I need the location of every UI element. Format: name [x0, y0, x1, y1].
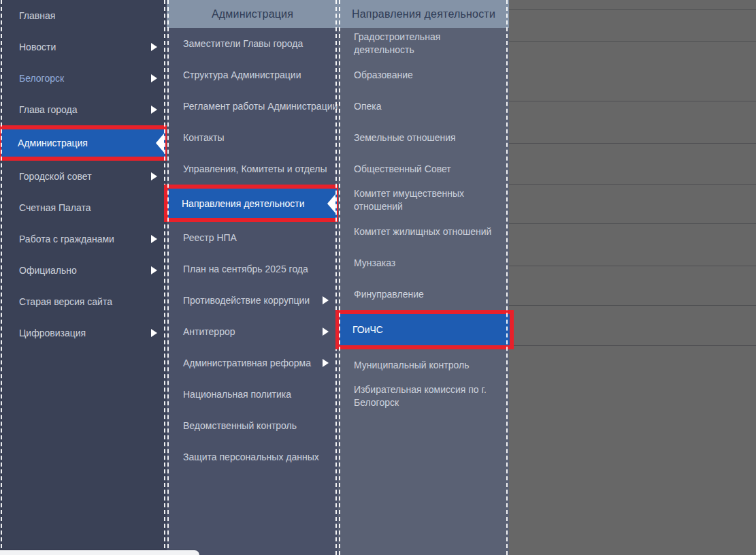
menu-item[interactable]: Регламент работы Администрации [167, 91, 338, 122]
menu-item[interactable]: Муниципальный контроль [338, 349, 509, 381]
submenu-arrow-icon [151, 74, 157, 82]
submenu-arrow-icon [323, 359, 329, 367]
active-item-arrow-icon [156, 133, 164, 153]
submenu-arrow-icon [151, 266, 157, 274]
page-row-divider [509, 184, 756, 185]
menu-item-label: Глава города [19, 104, 146, 115]
menu-item-label: Работа с гражданами [19, 234, 146, 244]
menu-item[interactable]: Городской совет [0, 161, 167, 192]
menu-item[interactable]: Административная реформа [167, 347, 338, 379]
browser-status-bar [0, 550, 199, 555]
dashed-separator [335, 0, 337, 555]
menu-items-level1: Главная Новости Белогорск Глава города А… [0, 0, 167, 349]
menu-item[interactable]: Работа с гражданами [0, 223, 167, 255]
menu-item-label: Национальная политика [183, 389, 329, 400]
menu-item-label: Старая версия сайта [19, 296, 157, 307]
dashed-separator [339, 0, 340, 555]
menu-item-label: Земельные отношения [354, 131, 499, 144]
menu-item[interactable]: Цифровизация [0, 317, 167, 349]
menu-item[interactable]: Заместители Главы города [167, 28, 338, 59]
menu-item[interactable]: Национальная политика [167, 379, 338, 410]
menu-item[interactable]: Администрация [0, 125, 169, 161]
menu-item[interactable]: Глава города [0, 94, 167, 125]
menu-item[interactable]: Опека [338, 91, 509, 122]
menu-item-label: Финуправление [354, 288, 499, 301]
menu-item-label: Городской совет [19, 171, 146, 182]
menu-item[interactable]: Противодействие коррупции [167, 285, 338, 316]
menu-item-label: Структура Администрации [183, 69, 329, 80]
menu-item[interactable]: Образование [338, 59, 509, 91]
menu-item-label: План на сентябрь 2025 года [183, 264, 329, 274]
submenu-arrow-icon [151, 235, 157, 243]
menu-item-label: Избирательная комиссия по г. Белогорск [354, 383, 499, 409]
menu-item-label: Официально [19, 265, 146, 276]
menu-item-label: Противодействие коррупции [183, 295, 317, 306]
menu-item-label: Образование [354, 69, 499, 82]
menu-item-label: Главная [19, 10, 157, 21]
menu-item-label: Опека [354, 100, 499, 113]
dimmed-page-overlay [509, 0, 756, 555]
menu-item[interactable]: Избирательная комиссия по г. Белогорск [338, 381, 509, 412]
page-row-divider [509, 41, 756, 42]
main-menu-level1: Главная Новости Белогорск Глава города А… [0, 0, 167, 555]
menu-item-label: Новости [19, 42, 146, 52]
menu-item-label: Счетная Палата [19, 202, 157, 213]
menu-item[interactable]: Главная [0, 0, 167, 31]
menu-item[interactable]: Земельные отношения [338, 122, 509, 153]
menu-item[interactable]: Финуправление [338, 279, 509, 310]
menu-item[interactable]: Управления, Комитеты и отделы [167, 153, 338, 185]
submenu-administration: Администрация Заместители Главы города С… [167, 0, 338, 555]
page-row-divider [509, 305, 756, 306]
page-row-divider [509, 266, 756, 266]
page-row-divider [509, 9, 756, 10]
menu-item[interactable]: Структура Администрации [167, 59, 338, 91]
menu-item[interactable]: Официально [0, 255, 167, 286]
menu-item-label: Муниципальный контроль [354, 359, 499, 372]
menu-item-label: Заместители Главы города [183, 38, 329, 49]
submenu-arrow-icon [151, 106, 157, 114]
menu-item[interactable]: Направления деятельности [164, 185, 341, 222]
menu-item[interactable]: Мунзаказ [338, 247, 509, 279]
page-row-divider [509, 223, 756, 224]
menu-item[interactable]: Счетная Палата [0, 192, 167, 223]
menu-item-label: Реестр НПА [183, 232, 329, 243]
menu-item[interactable]: Общественный Совет [338, 153, 509, 185]
menu-item[interactable]: Белогорск [0, 63, 167, 94]
menu-item-label: Мунзаказ [354, 257, 499, 270]
menu-item-label: Ведомственный контроль [183, 420, 329, 431]
dashed-separator [1, 0, 2, 555]
menu-item[interactable]: Контакты [167, 122, 338, 153]
page-row-divider [509, 345, 756, 346]
menu-item-label: Контакты [183, 132, 329, 143]
menu-item-label: Антитеррор [183, 326, 317, 337]
menu-item-label: Защита персональных данных [183, 451, 329, 462]
page: Главная Новости Белогорск Глава города А… [0, 0, 756, 555]
menu-item[interactable]: Антитеррор [167, 316, 338, 347]
menu-items-level2: Заместители Главы города Структура Админ… [167, 28, 338, 473]
menu-item-label: Цифровизация [19, 328, 146, 338]
menu-item[interactable]: Реестр НПА [167, 222, 338, 253]
submenu-arrow-icon [151, 43, 157, 51]
menu-item[interactable]: ГОиЧС [335, 310, 514, 349]
submenu-arrow-icon [323, 296, 329, 304]
dashed-separator [167, 0, 169, 555]
submenu-arrow-icon [151, 329, 157, 337]
menu-item-label: Комитет жилищных отношений [354, 225, 499, 238]
submenu-directions: Направления деятельности Градостроительн… [338, 0, 509, 555]
menu-item-label: Администрация [18, 138, 156, 148]
menu-item[interactable]: Ведомственный контроль [167, 410, 338, 441]
menu-item[interactable]: Комитет имущественных отношений [338, 185, 509, 216]
menu-item[interactable]: Старая версия сайта [0, 286, 167, 317]
menu-item[interactable]: Новости [0, 31, 167, 63]
menu-item[interactable]: Защита персональных данных [167, 441, 338, 473]
menu-item-label: Управления, Комитеты и отделы [183, 163, 329, 174]
submenu-arrow-icon [151, 172, 157, 180]
menu-item-label: ГОиЧС [352, 323, 500, 336]
menu-items-level3: Градостроительная деятельность Образован… [338, 28, 509, 412]
menu-item[interactable]: Градостроительная деятельность [338, 28, 509, 59]
menu-item[interactable]: План на сентябрь 2025 года [167, 253, 338, 285]
menu-item-label: Регламент работы Администрации [183, 101, 338, 112]
active-item-arrow-icon [327, 194, 335, 213]
menu-item-label: Градостроительная деятельность [354, 31, 499, 57]
menu-item[interactable]: Комитет жилищных отношений [338, 216, 509, 247]
